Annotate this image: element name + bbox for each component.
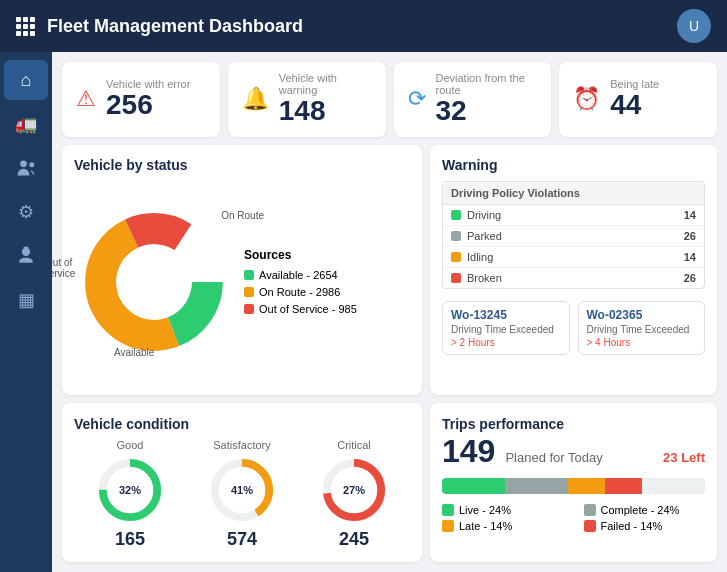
warning-count-driving: 14 [684, 209, 696, 221]
main-layout: ⌂ 🚛 ⚙ ▦ ⚠ Vehicle with error 256 🔔 [0, 52, 727, 572]
warning-name-idling: Idling [467, 251, 684, 263]
progress-complete [505, 478, 568, 494]
legend-label-live: Live - 24% [459, 504, 511, 516]
ticket-id-1: Wo-13245 [451, 308, 561, 322]
sidebar-item-home[interactable]: ⌂ [4, 60, 48, 100]
kpi-label-deviation: Deviation from the route [436, 72, 538, 96]
progress-bar [442, 478, 705, 494]
trips-left: 23 Left [663, 450, 705, 465]
kpi-value-deviation: 32 [436, 96, 538, 127]
kpi-value-warning: 148 [279, 96, 372, 127]
donut-label-on-route: On Route [221, 210, 264, 221]
sidebar-item-truck[interactable]: 🚛 [4, 104, 48, 144]
gauge-container-good: 32% [95, 455, 165, 525]
trips-count: 149 [442, 433, 495, 470]
progress-other [642, 478, 705, 494]
warning-name-parked: Parked [467, 230, 684, 242]
sidebar-item-people[interactable] [4, 148, 48, 188]
ticket-id-2: Wo-02365 [587, 308, 697, 322]
sidebar-item-worker[interactable] [4, 236, 48, 276]
gauge-text-critical: 27% [343, 484, 365, 496]
warning-icon: 🔔 [242, 86, 269, 112]
legend-dot-available [244, 270, 254, 280]
kpi-row: ⚠ Vehicle with error 256 🔔 Vehicle with … [62, 62, 717, 137]
gauge-label-good: Good [117, 439, 144, 451]
bottom-row: Vehicle condition Good 32% 165 [62, 403, 717, 562]
warning-row-driving: Driving 14 [443, 205, 704, 226]
warning-count-parked: 26 [684, 230, 696, 242]
legend-label-available: Available - 2654 [259, 269, 338, 281]
legend-dot-onroute [244, 287, 254, 297]
gauge-text-good: 32% [119, 484, 141, 496]
gauge-value-critical: 245 [339, 529, 369, 550]
warning-table: Driving Policy Violations Driving 14 Par… [442, 181, 705, 289]
late-icon: ⏰ [573, 86, 600, 112]
broken-dot [451, 273, 461, 283]
ticket-2[interactable]: Wo-02365 Driving Time Exceeded > 4 Hours [578, 301, 706, 355]
deviation-icon: ⟳ [408, 86, 426, 112]
ticket-1[interactable]: Wo-13245 Driving Time Exceeded > 2 Hours [442, 301, 570, 355]
legend-sq-late [442, 520, 454, 532]
trips-card: Trips performance 149 Planed for Today 2… [430, 403, 717, 562]
condition-card: Vehicle condition Good 32% 165 [62, 403, 422, 562]
gauge-text-satisfactory: 41% [231, 484, 253, 496]
ticket-time-2: > 4 Hours [587, 337, 697, 348]
donut-section: On Route Out ofService Available [74, 181, 410, 383]
mid-row: Vehicle by status On Route Out ofService… [62, 145, 717, 395]
gauge-container-satisfactory: 41% [207, 455, 277, 525]
progress-late [568, 478, 605, 494]
avatar[interactable]: U [677, 9, 711, 43]
kpi-card-error: ⚠ Vehicle with error 256 [62, 62, 220, 137]
sidebar: ⌂ 🚛 ⚙ ▦ [0, 52, 52, 572]
trips-legend: Live - 24% Complete - 24% Late - 14% Fai… [442, 504, 705, 532]
grid-icon[interactable] [16, 17, 35, 36]
content: ⚠ Vehicle with error 256 🔔 Vehicle with … [52, 52, 727, 572]
header-title: Fleet Management Dashboard [47, 16, 665, 37]
legend-title: Sources [244, 248, 357, 262]
warning-name-driving: Driving [467, 209, 684, 221]
svg-point-0 [20, 161, 27, 168]
ticket-desc-2: Driving Time Exceeded [587, 324, 697, 335]
vehicle-status-title: Vehicle by status [74, 157, 410, 173]
gauge-container-critical: 27% [319, 455, 389, 525]
ticket-time-1: > 2 Hours [451, 337, 561, 348]
warning-row-parked: Parked 26 [443, 226, 704, 247]
idling-dot [451, 252, 461, 262]
legend-item-live: Live - 24% [442, 504, 564, 516]
legend-label-outofservice: Out of Service - 985 [259, 303, 357, 315]
legend-item-failed: Failed - 14% [584, 520, 706, 532]
legend-item-late: Late - 14% [442, 520, 564, 532]
legend-item-complete: Complete - 24% [584, 504, 706, 516]
legend-label-onroute: On Route - 2986 [259, 286, 340, 298]
legend-sq-complete [584, 504, 596, 516]
warning-tickets: Wo-13245 Driving Time Exceeded > 2 Hours… [442, 301, 705, 355]
warning-row-broken: Broken 26 [443, 268, 704, 288]
legend-item-available: Available - 2654 [244, 269, 357, 281]
trips-header: 149 Planed for Today 23 Left [442, 433, 705, 470]
parked-dot [451, 231, 461, 241]
legend-sq-failed [584, 520, 596, 532]
gauge-satisfactory: Satisfactory 41% 574 [207, 439, 277, 550]
kpi-card-late: ⏰ Being late 44 [559, 62, 717, 137]
donut-chart [74, 202, 234, 362]
ticket-desc-1: Driving Time Exceeded [451, 324, 561, 335]
warning-count-broken: 26 [684, 272, 696, 284]
warning-card: Warning Driving Policy Violations Drivin… [430, 145, 717, 395]
kpi-card-warning: 🔔 Vehicle with warning 148 [228, 62, 386, 137]
sidebar-item-grid[interactable]: ▦ [4, 280, 48, 320]
kpi-value-error: 256 [106, 90, 190, 121]
legend-item-outofservice: Out of Service - 985 [244, 303, 357, 315]
warning-count-idling: 14 [684, 251, 696, 263]
error-icon: ⚠ [76, 86, 96, 112]
kpi-value-late: 44 [610, 90, 659, 121]
kpi-card-deviation: ⟳ Deviation from the route 32 [394, 62, 552, 137]
svg-point-1 [29, 162, 34, 167]
gauge-label-critical: Critical [337, 439, 371, 451]
gauge-critical: Critical 27% 245 [319, 439, 389, 550]
sidebar-item-settings[interactable]: ⚙ [4, 192, 48, 232]
donut-container: On Route Out ofService Available [74, 202, 234, 362]
gauge-good: Good 32% 165 [95, 439, 165, 550]
gauge-value-good: 165 [115, 529, 145, 550]
gauge-value-satisfactory: 574 [227, 529, 257, 550]
svg-point-6 [116, 244, 192, 320]
